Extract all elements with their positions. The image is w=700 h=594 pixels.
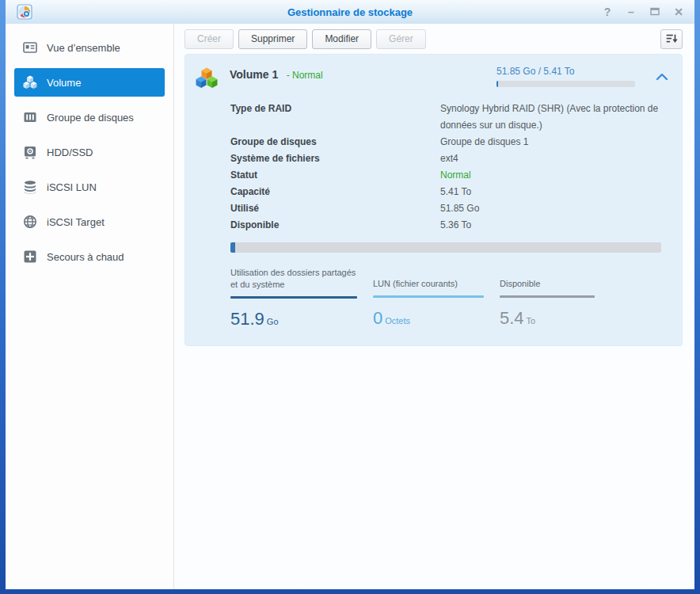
detail-label: Statut — [230, 167, 440, 184]
sidebar-item-label: Volume — [47, 77, 81, 89]
detail-label: Type de RAID — [230, 101, 440, 134]
modify-button[interactable]: Modifier — [312, 29, 371, 49]
detail-value: 5.41 To — [440, 184, 671, 200]
detail-value: ext4 — [440, 150, 671, 167]
detail-row-capacity: Capacité 5.41 To — [230, 184, 671, 200]
usage-progressbar — [496, 81, 635, 87]
volume-panel: Volume 1 - Normal 51.85 Go / 5.41 To — [185, 54, 683, 346]
globe-icon — [22, 214, 38, 230]
lun-stack-icon — [22, 179, 38, 195]
volume-cubes-color-icon — [195, 66, 219, 89]
usage-progress-fill — [496, 81, 498, 87]
sidebar-item-iscsi-lun[interactable]: iSCSI LUN — [14, 173, 165, 201]
usage-summary: 51.85 Go / 5.41 To — [496, 66, 637, 77]
sidebar-item-hdd-ssd[interactable]: HDD/SSD — [14, 138, 165, 166]
volume-usage-progressbar — [230, 242, 661, 253]
stat-label: Utilisation des dossiers partagés et du … — [230, 267, 357, 296]
sidebar-item-secours-a-chaud[interactable]: Secours à chaud — [14, 242, 165, 271]
stat-underline — [373, 295, 484, 298]
sidebar-item-label: Secours à chaud — [47, 251, 124, 263]
titlebar: Gestionnaire de stockage ? – ✕ — [6, 0, 694, 24]
chevron-up-icon[interactable] — [655, 72, 669, 82]
detail-value-status: Normal — [440, 167, 671, 184]
close-button[interactable]: ✕ — [672, 6, 685, 18]
window-body: Vue d’ensemble — [6, 24, 694, 589]
stat-number: 0 — [373, 308, 382, 328]
stat-value: 0Octets — [373, 308, 484, 329]
volume-cubes-icon — [22, 74, 38, 90]
delete-button[interactable]: Supprimer — [238, 29, 307, 49]
volume-panel-header[interactable]: Volume 1 - Normal 51.85 Go / 5.41 To — [195, 64, 671, 89]
detail-label: Système de fichiers — [230, 150, 440, 167]
volume-usage-progress-fill — [230, 242, 235, 253]
minimize-button[interactable]: – — [625, 6, 637, 18]
window: Gestionnaire de stockage ? – ✕ — [6, 0, 694, 589]
stat-label: Disponible — [500, 267, 595, 295]
sidebar-item-volume[interactable]: Volume — [14, 68, 165, 97]
detail-value: 51.85 Go — [440, 200, 671, 217]
maximize-button[interactable] — [649, 6, 661, 18]
detail-row-raid-type: Type de RAID Synology Hybrid RAID (SHR) … — [230, 101, 671, 134]
overview-icon — [22, 40, 38, 55]
sidebar-item-vue-densemble[interactable]: Vue d’ensemble — [14, 33, 165, 62]
stat-underline — [500, 295, 595, 298]
volume-details: Type de RAID Synology Hybrid RAID (SHR) … — [230, 101, 671, 234]
sidebar: Vue d’ensemble — [6, 24, 174, 589]
detail-label: Groupe de disques — [230, 134, 440, 150]
usage-block: 51.85 Go / 5.41 To — [496, 64, 637, 87]
maximize-icon — [650, 7, 660, 16]
stat-unit: Octets — [385, 316, 410, 326]
help-button[interactable]: ? — [601, 6, 614, 18]
collapse-all-button[interactable] — [660, 29, 683, 49]
create-button[interactable]: Créer — [185, 29, 234, 49]
window-title: Gestionnaire de stockage — [6, 6, 694, 18]
stat-available: Disponible 5.4To — [500, 267, 595, 329]
stat-shared-folders: Utilisation des dossiers partagés et du … — [230, 267, 357, 329]
stat-underline — [230, 296, 357, 299]
detail-value: Groupe de disques 1 — [440, 134, 671, 150]
volume-title: Volume 1 — [230, 68, 278, 81]
toolbar: Créer Supprimer Modifier Gérer — [185, 24, 683, 51]
stat-unit: Go — [267, 317, 279, 326]
detail-row-status: Statut Normal — [230, 167, 671, 184]
detail-value: Synology Hybrid RAID (SHR) (Avec la prot… — [440, 101, 671, 134]
hdd-icon — [22, 144, 38, 160]
sidebar-item-label: Vue d’ensemble — [47, 42, 120, 54]
detail-row-disk-group: Groupe de disques Groupe de disques 1 — [230, 134, 671, 150]
stat-value: 51.9Go — [230, 309, 357, 329]
collapse-all-icon — [664, 32, 679, 46]
detail-label: Utilisé — [230, 200, 440, 217]
detail-row-used: Utilisé 51.85 Go — [230, 200, 671, 217]
sidebar-item-label: iSCSI LUN — [47, 181, 97, 193]
sidebar-item-label: Groupe de disques — [47, 112, 134, 124]
disk-group-icon — [22, 109, 38, 125]
detail-label: Capacité — [230, 184, 440, 200]
detail-value: 5.36 To — [440, 217, 671, 234]
sidebar-item-label: HDD/SSD — [47, 147, 93, 158]
detail-row-available: Disponible 5.36 To — [230, 217, 671, 234]
stat-label: LUN (fichier courants) — [373, 267, 484, 295]
main-content: Créer Supprimer Modifier Gérer — [174, 24, 694, 589]
manage-button[interactable]: Gérer — [376, 29, 426, 49]
detail-label: Disponible — [230, 217, 440, 234]
stat-value: 5.4To — [500, 308, 595, 329]
sidebar-item-groupe-de-disques[interactable]: Groupe de disques — [14, 103, 165, 131]
sidebar-item-iscsi-target[interactable]: iSCSI Target — [14, 208, 165, 236]
stat-number: 51.9 — [230, 309, 264, 329]
window-frame: Gestionnaire de stockage ? – ✕ — [0, 0, 700, 594]
stat-lun: LUN (fichier courants) 0Octets — [373, 267, 484, 329]
usage-stats: Utilisation des dossiers partagés et du … — [230, 267, 671, 329]
empty-content-area — [185, 346, 683, 589]
volume-title-block: Volume 1 - Normal — [230, 64, 323, 82]
sidebar-item-label: iSCSI Target — [47, 216, 105, 228]
detail-row-filesystem: Système de fichiers ext4 — [230, 150, 671, 167]
hot-spare-icon — [22, 249, 38, 265]
stat-number: 5.4 — [500, 308, 524, 328]
volume-status-text: - Normal — [287, 70, 323, 81]
stat-unit: To — [527, 316, 536, 326]
window-controls: ? – ✕ — [601, 6, 694, 18]
